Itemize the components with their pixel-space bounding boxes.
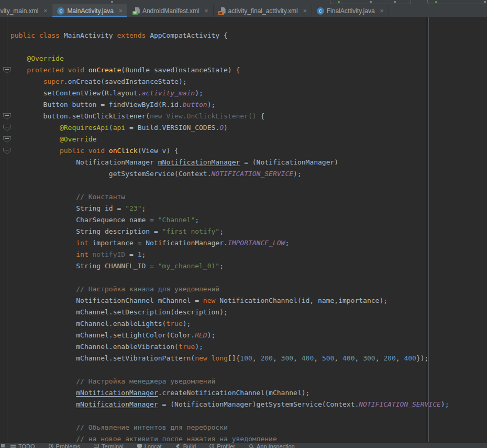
- tool-window-items: TODOProblemsTerminalLogcatBuildProfilerA…: [0, 443, 487, 448]
- code-line[interactable]: mChannel.setDescription(description);: [10, 307, 487, 318]
- fold-marker-icon[interactable]: [3, 125, 11, 131]
- close-icon[interactable]: ×: [380, 7, 384, 15]
- xml-file-icon: [218, 7, 226, 15]
- code-line[interactable]: [10, 41, 487, 53]
- tool-window-label: Logcat: [145, 443, 162, 448]
- tool-window-label: Profiler: [217, 443, 235, 448]
- running-indicator-dot: [338, 1, 340, 3]
- toolbar-text-fragment: [370, 1, 372, 3]
- profiler-icon: [209, 444, 214, 448]
- code-line[interactable]: String CHANNEL_ID = "my_channel_01";: [10, 260, 487, 272]
- tool-window-bar: TODOProblemsTerminalLogcatBuildProfilerA…: [0, 442, 487, 448]
- code-line[interactable]: mChannel.setLightColor(Color.RED);: [10, 330, 487, 341]
- tool-window-button-Build[interactable]: Build: [175, 443, 196, 448]
- code-line[interactable]: // Обьявление интентов для переброски: [10, 422, 487, 433]
- fold-marker-icon[interactable]: [3, 67, 11, 73]
- code-line[interactable]: public void onClick(View v) {: [10, 145, 487, 157]
- tool-window-label: TODO: [18, 443, 35, 448]
- app-inspection-icon: [249, 444, 254, 448]
- toolbar-icon[interactable]: [111, 1, 113, 3]
- tab-label: FinalActtivity.java: [327, 7, 375, 15]
- code-line[interactable]: mNotificationManager.createNotificationC…: [10, 387, 487, 399]
- code-line[interactable]: mChannel.enableLights(true);: [10, 318, 487, 330]
- code-line[interactable]: public class MainActivity extends AppCom…: [10, 30, 487, 41]
- code-line[interactable]: // на новое активити после нажатия на ув…: [10, 433, 487, 443]
- editor-tabs: activity_main.xml×CMainActivity.java×MFA…: [0, 4, 487, 17]
- fold-marker-icon[interactable]: [3, 113, 11, 119]
- code-line[interactable]: [10, 364, 487, 376]
- tab-FinalActtivity.java[interactable]: CFinalActtivity.java×: [312, 4, 389, 17]
- java-class-icon: C: [57, 7, 64, 15]
- tool-window-button-Logcat[interactable]: Logcat: [137, 443, 162, 448]
- tool-window-button-Problems[interactable]: Problems: [49, 443, 80, 448]
- tool-window-button-App Inspection[interactable]: App Inspection: [249, 443, 295, 448]
- tool-window-button-TODO[interactable]: TODO: [10, 443, 35, 448]
- code-line[interactable]: setContentView(R.layout.activity_main);: [10, 88, 487, 99]
- toolbar-text-fragment: [394, 1, 396, 3]
- terminal-icon: [94, 444, 99, 448]
- fold-marker-icon[interactable]: [3, 136, 11, 143]
- tab-activity_main.xml[interactable]: activity_main.xml×: [0, 4, 52, 17]
- tool-window-button-Profiler[interactable]: Profiler: [209, 443, 235, 448]
- tab-label: activity_final_acttivity.xml: [228, 7, 298, 15]
- code-line[interactable]: button.setOnClickListener(new View.OnCli…: [10, 111, 487, 122]
- code-line[interactable]: mChannel.enableVibration(true);: [10, 341, 487, 353]
- manifest-file-icon: MF: [132, 7, 140, 15]
- logcat-icon: [137, 444, 142, 448]
- code-line[interactable]: protected void onCreate(Bundle savedInst…: [10, 64, 487, 76]
- code-line[interactable]: @RequiresApi(api = Build.VERSION_CODES.O…: [10, 122, 487, 134]
- code-line[interactable]: [10, 410, 487, 422]
- code-line[interactable]: [10, 180, 487, 191]
- build-icon: [175, 444, 181, 448]
- running-indicator-dot: [435, 1, 437, 3]
- close-icon[interactable]: ×: [119, 7, 123, 15]
- tab-label: activity_main.xml: [0, 7, 38, 15]
- tool-window-button-Terminal[interactable]: Terminal: [94, 443, 124, 448]
- fold-marker-icon[interactable]: [3, 148, 11, 154]
- code-line[interactable]: mChannel.setVibrationPattern(new long[]{…: [10, 353, 487, 364]
- code-line[interactable]: Button button = findViewById(R.id.button…: [10, 99, 487, 111]
- toolbar-text-fragment: [484, 1, 486, 3]
- code-line[interactable]: super.onCreate(savedInstanceState);: [10, 76, 487, 88]
- code-line[interactable]: NotificationChannel mChannel = new Notif…: [10, 295, 487, 307]
- tab-MainActivity.java[interactable]: CMainActivity.java×: [52, 4, 128, 17]
- tab-label: MainActivity.java: [67, 7, 113, 15]
- code-line[interactable]: int importance = NotificationManager.IMP…: [10, 237, 487, 249]
- tab-label: AndroidManifest.xml: [142, 7, 200, 15]
- close-icon[interactable]: ×: [205, 7, 208, 15]
- tool-window-label: Build: [183, 443, 196, 448]
- code-line[interactable]: String id = "23";: [10, 203, 487, 214]
- close-icon[interactable]: ×: [303, 7, 307, 15]
- java-class-icon: C: [317, 7, 324, 15]
- problems-icon: [49, 444, 53, 448]
- close-icon[interactable]: ×: [43, 7, 47, 15]
- code-line[interactable]: int notifyID = 1;: [10, 249, 487, 260]
- window-corner-icon[interactable]: [1, 444, 5, 447]
- code-line[interactable]: // Настройка канала для уведомлений: [10, 283, 487, 295]
- tab-AndroidManifest.xml[interactable]: MFAndroidManifest.xml×: [128, 4, 214, 17]
- code-line[interactable]: [10, 272, 487, 283]
- code-line[interactable]: @Override: [10, 53, 487, 64]
- tool-window-label: Terminal: [102, 443, 124, 448]
- todo-icon: [10, 444, 16, 448]
- code-editor[interactable]: public class MainActivity extends AppCom…: [0, 17, 487, 443]
- code-line[interactable]: getSystemService(Context.NOTIFICATION_SE…: [10, 168, 487, 180]
- code-line[interactable]: NotificationManager mNotificationManager…: [10, 157, 487, 168]
- code-line[interactable]: String description = "first notify";: [10, 226, 487, 237]
- code-line[interactable]: mNotificationManager = (NotificationMana…: [10, 399, 487, 410]
- ide-window: activity_main.xml×CMainActivity.java×MFA…: [0, 0, 487, 448]
- code-line[interactable]: // Константы: [10, 191, 487, 203]
- code-line[interactable]: @Override: [10, 134, 487, 145]
- code-lines: public class MainActivity extends AppCom…: [0, 17, 487, 443]
- code-line[interactable]: // Настройка менеджера уведомлений: [10, 376, 487, 387]
- code-line[interactable]: CharSequence name = "Channel";: [10, 214, 487, 226]
- tool-window-label: Problems: [56, 443, 80, 448]
- tool-window-label: App Inspection: [257, 443, 295, 448]
- tab-activity_final_acttivity.xml[interactable]: activity_final_acttivity.xml×: [214, 4, 312, 17]
